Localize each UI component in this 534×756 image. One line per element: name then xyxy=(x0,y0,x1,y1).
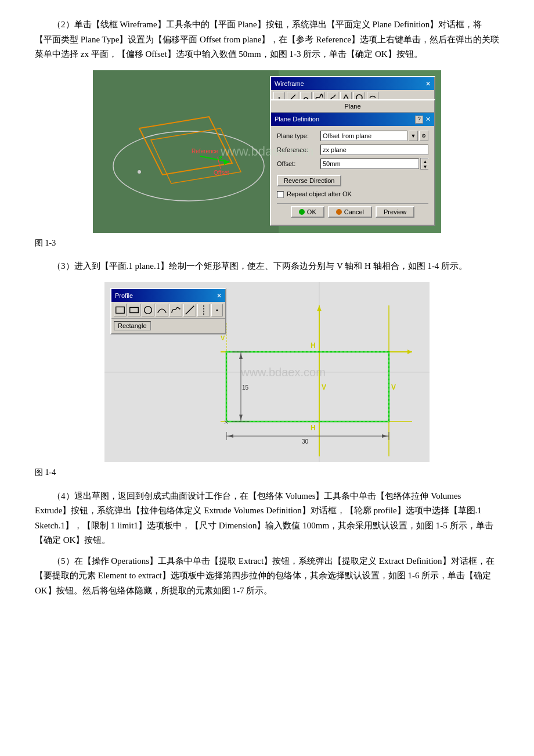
plane-def-close-icon[interactable]: ✕ xyxy=(425,114,431,125)
repeat-checkbox-row: Repeat object after OK xyxy=(277,189,428,200)
profile-icons-row: • xyxy=(111,302,225,319)
cancel-icon xyxy=(336,209,342,215)
cancel-label: Cancel xyxy=(344,208,364,215)
profile-btn-row: Rectangle xyxy=(111,319,225,333)
plane-def-help-icon[interactable]: ? xyxy=(415,116,423,124)
wireframe-title-text: Wireframe xyxy=(275,78,304,89)
reverse-direction-button[interactable]: Reverse Direction xyxy=(277,175,341,186)
svg-rect-46 xyxy=(130,308,139,313)
offset-input[interactable] xyxy=(320,159,419,169)
svg-text:H: H xyxy=(311,424,316,432)
reference-input[interactable] xyxy=(320,145,428,155)
profile-arc-icon[interactable] xyxy=(156,304,168,316)
svg-text:15: 15 xyxy=(242,384,249,391)
offset-spinner[interactable]: ▲ ▼ xyxy=(420,158,428,170)
svg-text:V: V xyxy=(322,383,326,391)
profile-point-icon[interactable]: • xyxy=(211,304,223,316)
rectangle-button[interactable]: Rectangle xyxy=(114,321,151,330)
ok-button[interactable]: OK xyxy=(291,206,324,218)
profile-axis-icon[interactable] xyxy=(197,304,210,316)
ok-icon xyxy=(299,209,305,215)
svg-text:Offset: Offset xyxy=(214,170,229,176)
svg-text:30: 30 xyxy=(302,438,309,445)
plane-definition-dialog: Plane Plane Definition ? ✕ Plane type: ▼… xyxy=(270,99,435,226)
plane-def-body: Plane type: ▼ ⚙ Reference: Offset: xyxy=(271,126,434,225)
profile-sketch-icon[interactable] xyxy=(114,304,127,316)
paragraph-3: （4）退出草图，返回到创成式曲面设计工作台，在【包络体 Volumes】工具条中… xyxy=(35,489,499,548)
repeat-label: Repeat object after OK xyxy=(287,189,352,200)
svg-text:V: V xyxy=(221,334,225,341)
profile-toolbar: Profile ✕ xyxy=(110,288,226,334)
figure-1-3-image: Reference Offset Wireframe ✕ • xyxy=(93,70,441,233)
profile-rect-icon[interactable] xyxy=(128,304,140,316)
offset-spin-up[interactable]: ▲ xyxy=(421,159,429,164)
figure-1-3-container: Reference Offset Wireframe ✕ • xyxy=(35,70,499,233)
profile-title-text: Profile xyxy=(115,290,133,301)
preview-label: Preview xyxy=(384,208,406,215)
plane-def-subtitle: Plane xyxy=(271,100,434,113)
profile-close-icon[interactable]: ✕ xyxy=(217,290,222,301)
plane-type-arrow-icon[interactable]: ▼ xyxy=(409,131,418,141)
svg-rect-0 xyxy=(93,70,279,233)
offset-spin-down[interactable]: ▼ xyxy=(421,164,429,169)
svg-line-48 xyxy=(186,306,194,315)
offset-row: Offset: ▲ ▼ xyxy=(277,158,428,170)
profile-title-bar: Profile ✕ xyxy=(111,289,225,303)
svg-point-11 xyxy=(138,170,141,174)
reverse-direction-btn[interactable]: Reverse Direction xyxy=(277,172,428,189)
repeat-checkbox[interactable] xyxy=(277,191,284,198)
offset-label: Offset: xyxy=(277,159,320,170)
paragraph-4: （5）在【操作 Operations】工具条中单击【提取 Extract】按钮，… xyxy=(35,554,499,599)
paragraph-2: （3）进入到【平面.1 plane.1】绘制一个矩形草图，使左、下两条边分别与 … xyxy=(35,259,499,274)
fig14-label: 图 1-4 xyxy=(35,466,499,480)
plane-def-title-text: Plane Definition xyxy=(275,114,319,125)
svg-text:H: H xyxy=(311,341,316,350)
wireframe-title-bar: Wireframe ✕ xyxy=(271,77,434,91)
fig13-label: 图 1-3 xyxy=(35,236,499,250)
cancel-button[interactable]: Cancel xyxy=(328,206,372,218)
plane-def-buttons: OK Cancel Preview xyxy=(277,203,428,220)
reference-row: Reference: xyxy=(277,145,428,156)
profile-spline-icon[interactable] xyxy=(169,304,182,316)
figure-1-4-container: H V H V 15 xyxy=(35,282,499,462)
paragraph-1: （2）单击【线框 Wireframe】工具条中的【平面 Plane】按钮，系统弹… xyxy=(35,17,499,62)
svg-rect-45 xyxy=(116,307,125,314)
svg-text:Reference: Reference xyxy=(192,148,219,154)
plane-type-dropdown[interactable]: ▼ ⚙ xyxy=(320,131,428,141)
plane-def-title-bar: Plane Definition ? ✕ xyxy=(271,113,434,126)
reference-label: Reference: xyxy=(277,145,320,156)
ok-label: OK xyxy=(307,208,316,215)
plane-type-label: Plane type: xyxy=(277,131,320,142)
svg-text:V: V xyxy=(391,383,396,391)
plane-type-gear-icon[interactable]: ⚙ xyxy=(419,131,428,141)
offset-input-group: ▲ ▼ xyxy=(320,158,428,170)
plane-type-input[interactable] xyxy=(320,131,407,141)
wireframe-close-icon[interactable]: ✕ xyxy=(425,78,431,89)
figure-1-4-image: H V H V 15 xyxy=(104,282,430,462)
plane-type-row: Plane type: ▼ ⚙ xyxy=(277,131,428,142)
profile-line-icon[interactable] xyxy=(183,304,196,316)
profile-circle-icon[interactable] xyxy=(142,304,154,316)
fig13-canvas: Reference Offset xyxy=(93,70,279,233)
fig13-svg: Reference Offset xyxy=(93,70,279,233)
preview-button[interactable]: Preview xyxy=(376,206,414,218)
svg-point-47 xyxy=(145,307,152,314)
